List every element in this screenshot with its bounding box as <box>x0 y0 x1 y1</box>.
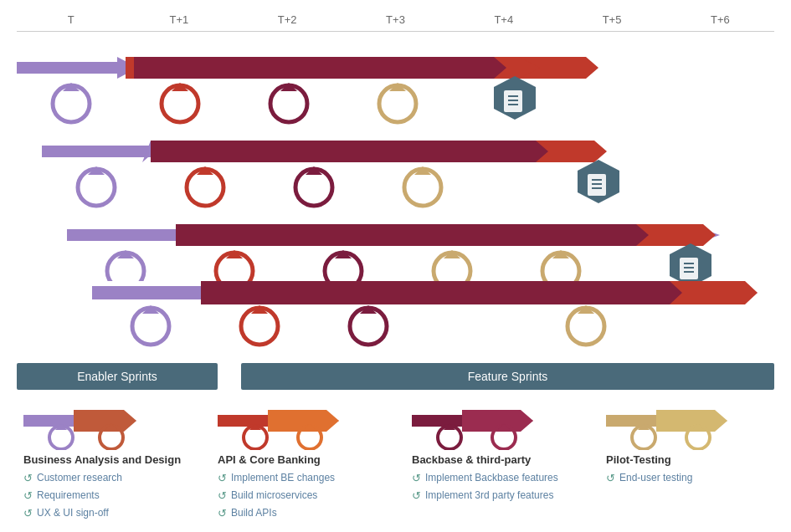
legend-col-api: API & Core Banking Implement BE changes … <box>211 400 392 524</box>
svg-marker-10 <box>134 57 506 79</box>
bottom-section: Enabler Sprints Feature Sprints Business… <box>0 363 791 524</box>
pilot-title: Pilot-Testing <box>606 453 773 466</box>
pilot-sprint-visual <box>606 400 773 450</box>
api-title: API & Core Banking <box>218 453 385 466</box>
timeline-svg <box>17 38 774 281</box>
header-T3: T+3 <box>342 13 449 26</box>
legend-area: Business Analysis and Design Customer re… <box>17 400 774 524</box>
legend-col-pilot: Pilot-Testing End-user testing <box>599 400 780 524</box>
legend-col-bb: Backbase & third-party Implement Backbas… <box>405 400 586 524</box>
ba-title: Business Analysis and Design <box>23 453 191 466</box>
bb-item-0: Implement Backbase features <box>412 471 579 486</box>
bb-title: Backbase & third-party <box>412 453 579 466</box>
bb-sprint-visual <box>412 400 579 450</box>
api-item-0: Implement BE changes <box>218 471 385 486</box>
header-T: T <box>17 13 125 26</box>
ba-sprint-visual <box>23 400 191 450</box>
api-sprint-visual <box>218 400 385 450</box>
api-item-2: Build APIs <box>218 506 385 521</box>
track-2 <box>42 141 619 206</box>
svg-marker-62 <box>201 281 682 304</box>
bb-item-1: Implement 3rd party features <box>412 489 579 504</box>
api-item-1: Build microservices <box>218 489 385 504</box>
ba-item-1: Requirements <box>23 489 191 504</box>
header-T5: T+5 <box>557 13 665 26</box>
track-3 <box>67 224 720 281</box>
feature-sprints-header: Feature Sprints <box>241 363 774 390</box>
track-1 <box>17 57 598 122</box>
timeline-section: T T+1 T+2 T+3 T+4 T+5 T+6 <box>0 0 791 363</box>
svg-marker-44 <box>176 224 649 246</box>
section-headers: Enabler Sprints Feature Sprints <box>17 363 774 390</box>
header-T2: T+2 <box>234 13 342 26</box>
header-T4: T+4 <box>449 13 557 26</box>
pilot-item-0: End-user testing <box>606 471 773 486</box>
ba-item-2: UX & UI sign-off <box>23 506 191 521</box>
enabler-sprints-header: Enabler Sprints <box>17 363 218 390</box>
header-T1: T+1 <box>125 13 233 26</box>
legend-col-ba: Business Analysis and Design Customer re… <box>17 400 198 524</box>
svg-marker-28 <box>151 141 548 162</box>
ba-item-0: Customer research <box>23 471 191 486</box>
timeline-header: T T+1 T+2 T+3 T+4 T+5 T+6 <box>17 8 774 32</box>
header-T6: T+6 <box>666 13 774 26</box>
track-4-svg <box>17 276 774 351</box>
